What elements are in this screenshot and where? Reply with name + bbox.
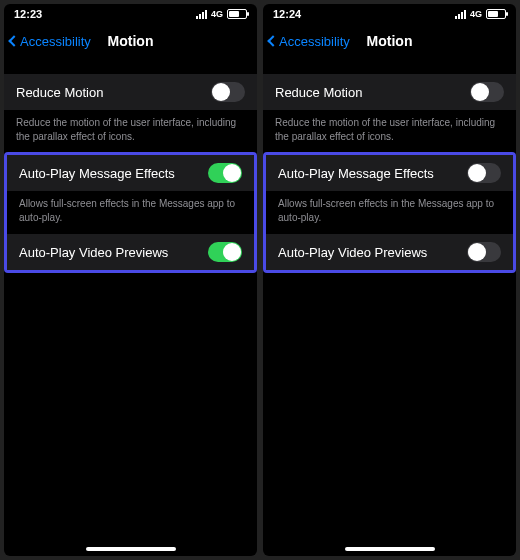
row-autoplay-video-previews[interactable]: Auto-Play Video Previews [7, 234, 254, 270]
footer-autoplay-message-effects: Allows full-screen effects in the Messag… [7, 191, 254, 234]
back-button[interactable]: Accessibility [269, 34, 350, 49]
battery-icon [227, 9, 247, 19]
status-time: 12:24 [273, 8, 390, 20]
home-indicator[interactable] [345, 547, 435, 551]
chevron-left-icon [267, 35, 278, 46]
toggle-autoplay-message-effects[interactable] [467, 163, 501, 183]
row-reduce-motion[interactable]: Reduce Motion [263, 74, 516, 110]
row-reduce-motion[interactable]: Reduce Motion [4, 74, 257, 110]
chevron-left-icon [8, 35, 19, 46]
highlight-box: Auto-Play Message Effects Allows full-sc… [263, 152, 516, 273]
toggle-reduce-motion[interactable] [211, 82, 245, 102]
nav-bar: Accessibility Motion [263, 24, 516, 58]
footer-reduce-motion: Reduce the motion of the user interface,… [4, 110, 257, 153]
toggle-autoplay-message-effects[interactable] [208, 163, 242, 183]
signal-icon [455, 9, 466, 19]
row-autoplay-video-previews[interactable]: Auto-Play Video Previews [266, 234, 513, 270]
status-time: 12:23 [14, 8, 131, 20]
toggle-autoplay-video-previews[interactable] [208, 242, 242, 262]
status-bar: 12:24 4G [263, 4, 516, 24]
row-label: Auto-Play Video Previews [19, 245, 168, 260]
phone-right: 12:24 4G Accessibility Motion Reduce Mot… [263, 4, 516, 556]
network-label: 4G [211, 9, 223, 19]
footer-reduce-motion: Reduce the motion of the user interface,… [263, 110, 516, 153]
network-label: 4G [470, 9, 482, 19]
home-indicator[interactable] [86, 547, 176, 551]
back-label: Accessibility [279, 34, 350, 49]
settings-list: Reduce Motion Reduce the motion of the u… [263, 74, 516, 272]
toggle-reduce-motion[interactable] [470, 82, 504, 102]
status-bar: 12:23 4G [4, 4, 257, 24]
highlight-box: Auto-Play Message Effects Allows full-sc… [4, 152, 257, 273]
row-label: Reduce Motion [16, 85, 103, 100]
toggle-autoplay-video-previews[interactable] [467, 242, 501, 262]
row-autoplay-message-effects[interactable]: Auto-Play Message Effects [7, 155, 254, 191]
back-label: Accessibility [20, 34, 91, 49]
footer-autoplay-message-effects: Allows full-screen effects in the Messag… [266, 191, 513, 234]
phone-left: 12:23 4G Accessibility Motion Reduce Mot… [4, 4, 257, 556]
signal-icon [196, 9, 207, 19]
battery-icon [486, 9, 506, 19]
row-label: Reduce Motion [275, 85, 362, 100]
row-label: Auto-Play Video Previews [278, 245, 427, 260]
row-label: Auto-Play Message Effects [19, 166, 175, 181]
row-autoplay-message-effects[interactable]: Auto-Play Message Effects [266, 155, 513, 191]
back-button[interactable]: Accessibility [10, 34, 91, 49]
row-label: Auto-Play Message Effects [278, 166, 434, 181]
nav-bar: Accessibility Motion [4, 24, 257, 58]
settings-list: Reduce Motion Reduce the motion of the u… [4, 74, 257, 272]
